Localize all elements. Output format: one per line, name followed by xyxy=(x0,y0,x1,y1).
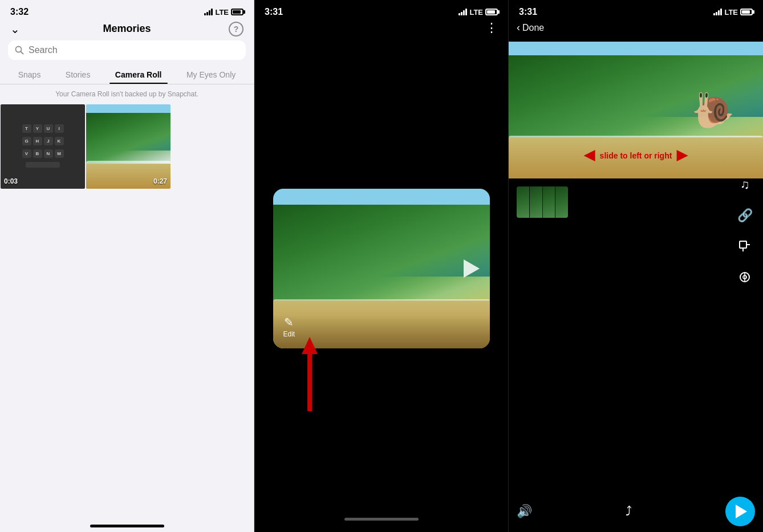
done-label: Done xyxy=(522,23,544,33)
thumbnail-beach-video[interactable]: 0:27 xyxy=(86,104,171,189)
status-bar-video: 3:31 LTE xyxy=(254,0,508,19)
memories-header: ⌄ Memories ? xyxy=(0,19,254,40)
crop-tool-icon xyxy=(738,240,751,253)
search-bar[interactable] xyxy=(8,40,246,60)
tab-snaps[interactable]: Snaps xyxy=(13,66,47,84)
edit-video-area[interactable]: 🐌 slide to left or right xyxy=(509,42,763,178)
edit-button[interactable]: ✎ Edit xyxy=(283,315,295,338)
chevron-down-icon[interactable]: ⌄ xyxy=(10,22,20,36)
edit-top-bar: ‹ Done xyxy=(509,19,763,39)
search-input[interactable] xyxy=(29,45,239,55)
video-filmstrip xyxy=(517,186,568,218)
volume-button[interactable]: 🔊 xyxy=(517,504,532,519)
send-button[interactable] xyxy=(725,497,755,526)
send-arrow-icon xyxy=(736,505,747,518)
svg-rect-2 xyxy=(740,241,746,248)
memories-panel: 3:32 LTE ⌄ Memories ? Snaps xyxy=(0,0,254,532)
filmstrip-segment-3 xyxy=(543,186,556,218)
play-button[interactable] xyxy=(464,259,480,278)
time-display-edit: 3:31 xyxy=(519,7,537,17)
edit-label: Edit xyxy=(283,330,295,338)
done-button[interactable]: ‹ Done xyxy=(517,22,544,34)
status-icons-edit: LTE xyxy=(713,8,753,17)
status-icons: LTE xyxy=(204,8,243,17)
time-display: 3:32 xyxy=(10,7,29,17)
video-player-panel: 3:31 LTE ⋮ xyxy=(254,0,509,532)
video-thumbnail: ✎ Edit xyxy=(273,189,490,348)
snail-icon: 🐌 xyxy=(692,90,734,131)
link-tool-icon: 🔗 xyxy=(737,208,753,223)
edit-controls-row: 🔊 ⤴ xyxy=(517,497,755,526)
edit-panel: 3:31 LTE ‹ Done T ✎ ◡ ✂ xyxy=(509,0,763,532)
video-duration-beach: 0:27 xyxy=(153,177,167,185)
svg-point-8 xyxy=(746,277,747,278)
help-button[interactable]: ? xyxy=(229,22,243,36)
beach-scene xyxy=(86,104,171,189)
filter-tool-button[interactable] xyxy=(734,267,755,287)
tab-my-eyes-only[interactable]: My Eyes Only xyxy=(181,66,241,84)
edit-arrow-annotation xyxy=(302,337,318,411)
battery-icon-video xyxy=(485,9,498,15)
slide-annotation: slide to left or right xyxy=(584,150,688,161)
status-bar-edit: 3:31 LTE xyxy=(509,0,763,19)
slide-right-arrow-icon xyxy=(676,150,688,161)
filmstrip-segment-2 xyxy=(530,186,543,218)
slide-annotation-text: slide to left or right xyxy=(600,151,672,160)
home-indicator xyxy=(90,525,164,527)
status-bar-memories: 3:32 LTE xyxy=(0,0,254,19)
battery-icon-edit xyxy=(740,9,753,15)
back-chevron-icon: ‹ xyxy=(517,22,520,34)
slide-left-arrow-icon xyxy=(584,150,595,161)
signal-bars-icon-edit xyxy=(713,9,722,15)
edit-bottom-section: 🔊 ⤴ xyxy=(509,178,763,532)
pencil-icon: ✎ xyxy=(284,315,294,329)
tab-camera-roll[interactable]: Camera Roll xyxy=(109,66,168,84)
lte-label: LTE xyxy=(215,8,229,17)
link-tool-button[interactable]: 🔗 xyxy=(734,205,755,226)
svg-line-1 xyxy=(21,52,23,54)
video-content-area: ✎ Edit xyxy=(254,19,508,518)
music-tool-icon: ♫ xyxy=(740,177,750,192)
filmstrip-segment-4 xyxy=(555,186,568,218)
video-thumbnail-container: ✎ Edit xyxy=(273,189,490,348)
search-icon xyxy=(15,46,24,55)
signal-bars-icon xyxy=(204,9,213,15)
filmstrip-segment-1 xyxy=(517,186,530,218)
lte-label-edit: LTE xyxy=(724,8,738,17)
menu-dots-button[interactable]: ⋮ xyxy=(485,21,498,35)
status-icons-video: LTE xyxy=(458,8,498,17)
time-display-video: 3:31 xyxy=(265,7,283,17)
lte-label-video: LTE xyxy=(469,8,483,17)
thumbnail-keyboard-video[interactable]: TYUI GHJK VBNM 0:03 xyxy=(1,104,85,189)
home-indicator-video xyxy=(344,518,419,521)
camera-roll-notice: Your Camera Roll isn't backed up by Snap… xyxy=(0,88,254,104)
beach-scene-video xyxy=(273,189,490,348)
share-button[interactable]: ⤴ xyxy=(626,504,632,519)
crop-tool-button[interactable] xyxy=(734,236,755,257)
red-arrow-shaft xyxy=(307,354,312,411)
memories-title: Memories xyxy=(103,23,151,35)
battery-icon xyxy=(231,9,243,15)
thumbnails-grid: TYUI GHJK VBNM 0:03 0:27 xyxy=(0,104,254,195)
red-arrow-up-icon xyxy=(302,337,318,354)
signal-bars-icon-video xyxy=(458,9,467,15)
video-bottom-bar xyxy=(254,518,508,532)
filter-tool-icon xyxy=(738,271,751,283)
tabs-row: Snaps Stories Camera Roll My Eyes Only xyxy=(0,66,254,84)
video-duration-keyboard: 0:03 xyxy=(4,177,18,185)
tab-stories[interactable]: Stories xyxy=(60,66,96,84)
